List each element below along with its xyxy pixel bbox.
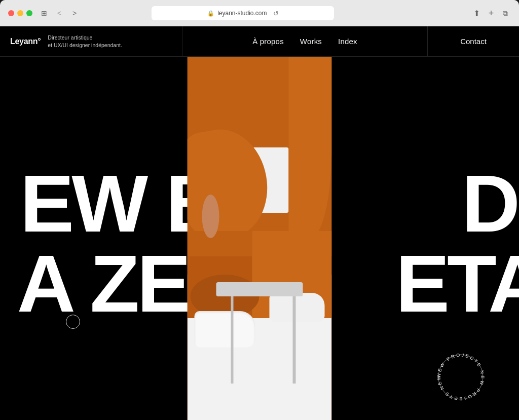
lock-icon: 🔒 <box>207 10 214 17</box>
cursor-circle <box>66 315 80 329</box>
website: Leyann° Directeur artistique et UX/UI de… <box>0 26 519 420</box>
traffic-lights <box>8 10 32 16</box>
url-text: leyann-studio.com <box>217 10 267 17</box>
share-button[interactable]: ⬆ <box>471 8 483 19</box>
rotating-text-badge: NEW PROJECTS NEW PROJECTS NEW <box>433 349 489 405</box>
close-button[interactable] <box>8 10 14 16</box>
brand-tagline: Directeur artistique et UX/UI designer i… <box>48 34 122 49</box>
refresh-icon: ↺ <box>273 10 279 17</box>
site-header: Leyann° Directeur artistique et UX/UI de… <box>0 26 519 57</box>
browser-chrome: ⊞ < > 🔒 leyann-studio.com ↺ ⬆ + ⧉ <box>0 0 519 26</box>
hero-image-container <box>188 57 332 420</box>
new-tab-button[interactable]: + <box>486 8 497 19</box>
svg-text:NEW PROJECTS  NEW PROJECTS  NE: NEW PROJECTS NEW PROJECTS NEW <box>436 353 485 401</box>
figure <box>188 57 332 420</box>
nav-index[interactable]: Index <box>338 37 357 46</box>
sidebar-toggle-button[interactable]: ⊞ <box>39 8 50 19</box>
contact-link[interactable]: Contact <box>460 37 487 46</box>
minimize-button[interactable] <box>17 10 23 16</box>
address-bar[interactable]: 🔒 leyann-studio.com ↺ <box>152 6 334 20</box>
maximize-button[interactable] <box>26 10 32 16</box>
hero-image <box>188 57 332 420</box>
nav-apropos[interactable]: À propos <box>252 37 284 46</box>
header-brand: Leyann° Directeur artistique et UX/UI de… <box>0 26 182 56</box>
forward-button[interactable]: > <box>69 8 80 19</box>
brand-name: Leyann° <box>10 37 41 46</box>
tab-overview-button[interactable]: ⧉ <box>500 8 511 19</box>
back-button[interactable]: < <box>54 8 65 19</box>
browser-nav-controls: ⊞ < > <box>39 8 80 19</box>
hero-section: EW B DING A ZET ETA Z <box>0 57 519 420</box>
header-contact: Contact <box>428 26 519 56</box>
main-nav: À propos Works Index <box>182 26 428 56</box>
browser-right-controls: ⬆ + ⧉ <box>471 8 511 19</box>
nav-works[interactable]: Works <box>300 37 322 46</box>
